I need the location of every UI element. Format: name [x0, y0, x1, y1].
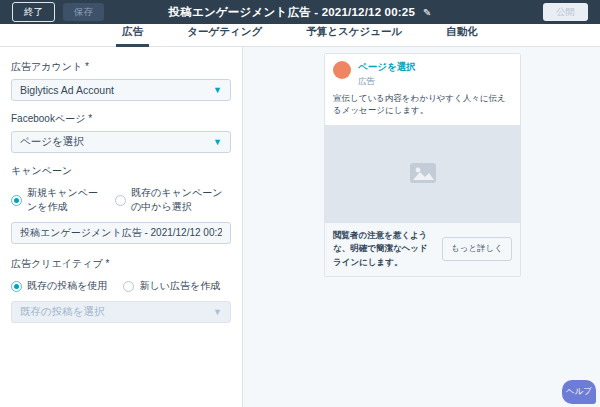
radio-new-campaign[interactable]: 新規キャンペーンを作成 — [11, 186, 99, 214]
ad-preview-card: ページを選択 広告 宣伝している内容をわかりやすく人々に伝えるメッセージにします… — [324, 53, 521, 277]
page-avatar — [333, 61, 351, 79]
creative-radio-group: 既存の投稿を使用 新しい広告を作成 — [11, 279, 231, 293]
ad-settings-panel: 広告アカウント * Biglytics Ad Account ▼ Faceboo… — [0, 47, 243, 407]
radio-new-ad[interactable]: 新しい広告を作成 — [123, 279, 220, 293]
publish-button[interactable]: 公開 — [543, 3, 588, 21]
ad-badge: 広告 — [358, 76, 416, 88]
ad-creative-label: 広告クリエイティブ * — [11, 257, 231, 271]
radio-existing-post[interactable]: 既存の投稿を使用 — [11, 279, 107, 293]
tab-automation[interactable]: 自動化 — [440, 21, 484, 47]
existing-post-placeholder: 既存の投稿を選択 — [20, 305, 213, 319]
learn-more-button[interactable]: もっと詳しく — [442, 237, 512, 261]
facebook-page-label: Facebookページ * — [11, 112, 231, 126]
chevron-down-icon: ▼ — [213, 138, 222, 147]
facebook-page-value: ページを選択 — [20, 135, 213, 149]
preview-card-header: ページを選択 広告 — [325, 54, 520, 91]
campaign-name-input[interactable] — [11, 222, 231, 244]
preview-message: 宣伝している内容をわかりやすく人々に伝えるメッセージにします。 — [325, 91, 520, 125]
image-icon — [409, 162, 437, 184]
radio-new-ad-label: 新しい広告を作成 — [139, 279, 220, 293]
edit-title-icon[interactable]: ✎ — [423, 7, 431, 18]
radio-existing-campaign-label: 既存のキャンペーンの中から選択 — [131, 186, 231, 214]
facebook-page-select[interactable]: ページを選択 ▼ — [11, 131, 231, 153]
radio-existing-campaign[interactable]: 既存のキャンペーンの中から選択 — [115, 186, 231, 214]
campaign-radio-group: 新規キャンペーンを作成 既存のキャンペーンの中から選択 — [11, 186, 231, 214]
exit-button[interactable]: 終了 — [12, 2, 55, 22]
image-placeholder — [325, 125, 520, 222]
tab-targeting[interactable]: ターゲティング — [181, 21, 268, 47]
chevron-down-icon: ▼ — [213, 86, 222, 95]
ad-preview-panel: ページを選択 広告 宣伝している内容をわかりやすく人々に伝えるメッセージにします… — [243, 47, 600, 407]
ad-account-label: 広告アカウント * — [11, 60, 231, 74]
radio-existing-post-label: 既存の投稿を使用 — [27, 279, 107, 293]
page-title: 投稿エンゲージメント広告 - 2021/12/12 00:25 — [169, 5, 415, 20]
help-button[interactable]: ヘルプ — [562, 380, 596, 404]
campaign-label: キャンペーン — [11, 164, 231, 178]
preview-card-footer: 閲覧者の注意を惹くような、明確で簡潔なヘッドラインにします。 もっと詳しく — [325, 222, 520, 276]
radio-selected-icon — [11, 195, 22, 206]
radio-new-campaign-label: 新規キャンペーンを作成 — [27, 186, 99, 214]
content-area: 広告アカウント * Biglytics Ad Account ▼ Faceboo… — [0, 47, 600, 407]
existing-post-select: 既存の投稿を選択 ▼ — [11, 301, 231, 323]
save-button[interactable]: 保存 — [63, 3, 104, 21]
radio-unselected-icon — [123, 281, 134, 292]
ad-account-value: Biglytics Ad Account — [20, 84, 213, 96]
preview-headline: 閲覧者の注意を惹くような、明確で簡潔なヘッドラインにします。 — [333, 229, 434, 270]
page-select-link[interactable]: ページを選択 — [358, 61, 416, 74]
ad-account-select[interactable]: Biglytics Ad Account ▼ — [11, 79, 231, 101]
tab-budget-schedule[interactable]: 予算とスケジュール — [300, 21, 408, 47]
chevron-down-icon: ▼ — [213, 308, 222, 317]
ad-editor-screen: 終了 保存 投稿エンゲージメント広告 - 2021/12/12 00:25 ✎ … — [0, 0, 600, 407]
radio-selected-icon — [11, 281, 22, 292]
page-identity: ページを選択 広告 — [358, 61, 416, 88]
tab-ads[interactable]: 広告 — [116, 21, 149, 47]
radio-unselected-icon — [115, 195, 126, 206]
wizard-tab-bar: 広告 ターゲティング 予算とスケジュール 自動化 — [0, 24, 600, 47]
